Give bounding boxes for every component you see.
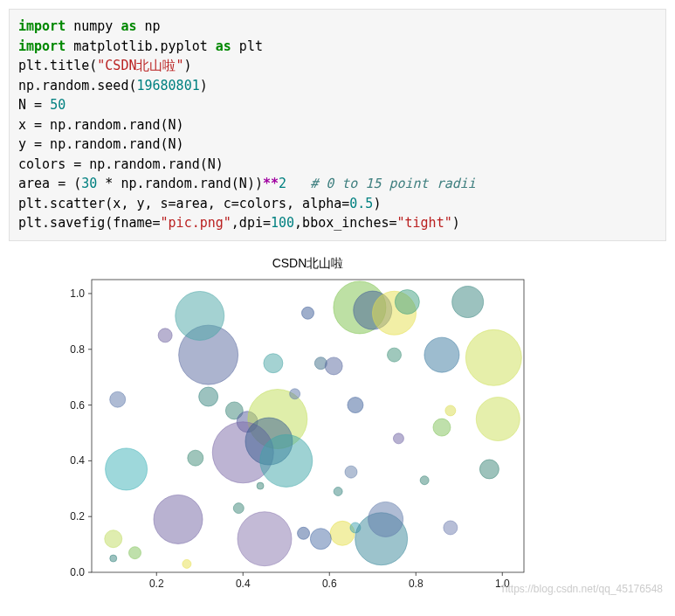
code-comment: # 0 to 15 point radii <box>310 176 476 191</box>
code-num: 50 <box>50 97 65 113</box>
data-point <box>188 450 203 466</box>
code-num: 2 <box>279 176 286 191</box>
code-op: ** <box>263 176 279 191</box>
code-txt: ,bbox_inches= <box>294 215 396 231</box>
x-tick-label: 0.8 <box>409 578 424 590</box>
data-point <box>233 502 244 513</box>
data-point <box>310 528 331 549</box>
code-kw: import <box>18 38 65 54</box>
code-block: import numpy as np import matplotlib.pyp… <box>9 9 666 241</box>
code-txt: y = np.random.rand(N) <box>18 136 184 152</box>
data-point <box>420 475 429 484</box>
y-tick-label: 0.6 <box>70 398 85 411</box>
data-point <box>444 520 458 534</box>
data-point <box>298 527 310 539</box>
code-num: 100 <box>271 215 294 231</box>
code-txt: np <box>136 18 160 34</box>
data-point <box>183 559 191 568</box>
data-point <box>176 291 224 340</box>
data-point <box>479 459 499 478</box>
data-point <box>348 397 363 412</box>
y-tick-label: 0.4 <box>70 454 85 467</box>
code-txt: plt.title( <box>18 58 97 73</box>
code-op: = <box>34 97 42 113</box>
code-num: 19680801 <box>136 78 199 93</box>
code-txt: x = np.random.rand(N) <box>18 117 184 133</box>
data-point <box>257 482 264 489</box>
data-point <box>388 348 402 362</box>
code-txt: np.random.seed( <box>18 78 136 93</box>
data-point <box>105 529 122 547</box>
data-point <box>368 502 403 536</box>
data-point <box>106 447 148 489</box>
code-txt: ) <box>200 78 208 93</box>
code-txt: area = ( <box>18 176 81 191</box>
x-tick-label: 0.6 <box>322 578 337 590</box>
code-txt: plt.scatter(x, y, s=area, c=colors, alph… <box>18 196 349 211</box>
data-point <box>260 434 313 487</box>
code-num: 30 <box>81 176 97 191</box>
code-txt: plt.savefig(fname= <box>18 215 161 231</box>
code-txt: numpy <box>65 18 121 34</box>
code-txt: colors = np.random.rand(N) <box>18 156 224 172</box>
code-txt <box>42 97 50 113</box>
code-txt: ) <box>452 215 460 231</box>
y-tick-label: 0.0 <box>70 566 85 578</box>
data-point <box>264 353 283 372</box>
data-point <box>345 466 357 478</box>
data-point <box>476 397 520 440</box>
code-kw: as <box>121 18 136 34</box>
data-point <box>393 433 403 443</box>
data-point <box>424 337 459 372</box>
data-point <box>129 546 141 558</box>
code-txt: ) <box>373 196 381 211</box>
data-point <box>154 495 203 543</box>
code-txt: ,dpi= <box>231 215 271 231</box>
data-point <box>465 329 521 385</box>
code-txt <box>286 176 310 191</box>
data-point <box>110 555 117 562</box>
code-kw: import <box>18 18 65 34</box>
data-point <box>158 328 172 342</box>
code-txt: matplotlib.pyplot <box>65 38 216 54</box>
y-tick-label: 1.0 <box>70 287 85 299</box>
code-txt: * np.random.rand(N)) <box>97 176 263 191</box>
x-tick-label: 0.2 <box>149 578 164 590</box>
code-str: "pic.png" <box>161 215 231 231</box>
x-tick-label: 1.0 <box>495 578 510 590</box>
chart-title: CSDN北山啦 <box>272 256 344 270</box>
data-point <box>290 388 300 398</box>
data-point <box>302 307 314 319</box>
y-tick-label: 0.2 <box>70 510 85 523</box>
code-txt: ) <box>184 58 192 73</box>
data-point <box>238 511 292 565</box>
code-kw: as <box>216 38 231 54</box>
data-point <box>325 356 342 374</box>
scatter-chart: CSDN北山啦0.20.40.60.81.00.00.20.40.60.81.0 <box>44 253 533 599</box>
code-txt: N <box>18 97 34 113</box>
x-tick-label: 0.4 <box>236 578 251 590</box>
data-point <box>445 405 456 415</box>
data-point <box>452 286 484 317</box>
code-str: "tight" <box>397 215 452 231</box>
data-point <box>433 419 451 436</box>
code-str: "CSDN北山啦" <box>97 58 183 73</box>
data-point <box>334 487 342 495</box>
code-txt: plt <box>231 38 263 54</box>
data-point <box>199 387 218 406</box>
code-num: 0.5 <box>349 196 373 211</box>
chart-output: CSDN北山啦0.20.40.60.81.00.00.20.40.60.81.0… <box>44 253 666 599</box>
data-point <box>110 391 126 407</box>
data-point <box>395 289 419 314</box>
y-tick-label: 0.8 <box>70 343 85 355</box>
